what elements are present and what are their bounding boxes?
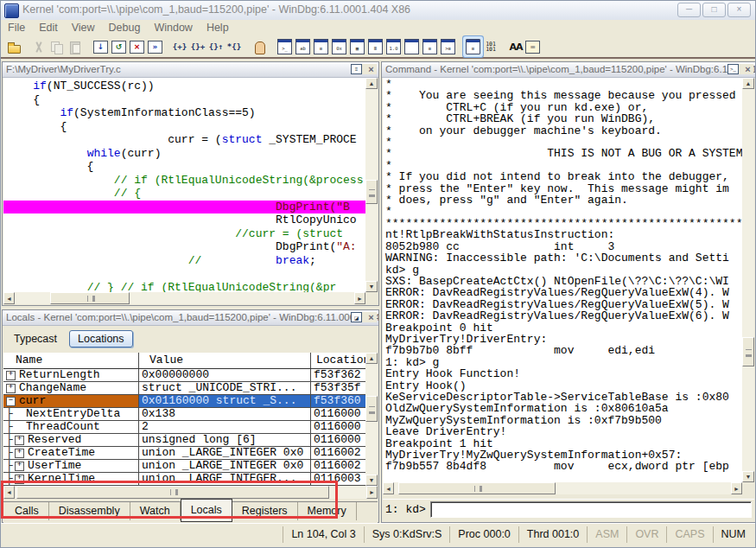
- command-window-menu-icon[interactable]: >_: [727, 64, 739, 74]
- source-horizontal-scrollbar[interactable]: ◄ ►: [3, 292, 365, 304]
- restore-button[interactable]: □: [702, 3, 726, 17]
- command-vertical-scrollbar[interactable]: ▲ ▼: [742, 78, 754, 482]
- status-sys: Sys 0:KdSrv:S: [364, 526, 450, 543]
- scroll-right-arrow[interactable]: ►: [354, 292, 365, 304]
- tab-watch[interactable]: Watch: [130, 502, 181, 520]
- command-horizontal-scrollbar[interactable]: ◄ ►: [383, 482, 742, 494]
- step-over-button[interactable]: {}+: [189, 39, 206, 55]
- scroll-down-arrow[interactable]: ▼: [365, 475, 378, 486]
- memory-window-button[interactable]: ▦: [350, 39, 365, 54]
- menu-file[interactable]: File: [1, 20, 32, 36]
- scroll-left-arrow[interactable]: ◄: [3, 486, 15, 499]
- scroll-up-arrow[interactable]: ▲: [365, 353, 378, 364]
- run-to-cursor-button[interactable]: *{}: [226, 39, 243, 55]
- tab-registers[interactable]: Registers: [232, 502, 298, 520]
- expand-toggle[interactable]: +: [6, 384, 16, 393]
- scroll-left-arrow[interactable]: ◄: [3, 292, 15, 304]
- step-into-button[interactable]: {+}: [171, 39, 188, 55]
- font-button[interactable]: AA: [507, 39, 524, 55]
- column-header-name[interactable]: Name: [3, 353, 139, 368]
- locals-row-curr[interactable]: −curr0x01160000 struct _S...f53f360: [3, 395, 365, 408]
- scrollbar-thumb[interactable]: [398, 482, 556, 494]
- registers-window-button[interactable]: 0x: [332, 39, 346, 54]
- disassembly-window-button[interactable]: 1.0: [386, 39, 401, 54]
- scroll-up-arrow[interactable]: ▲: [365, 78, 378, 89]
- close-button[interactable]: ×: [727, 3, 751, 17]
- break-button[interactable]: »: [148, 41, 162, 54]
- scrollbar-thumb[interactable]: [365, 396, 378, 422]
- scroll-right-arrow[interactable]: ►: [731, 482, 742, 494]
- menu-help[interactable]: Help: [200, 20, 236, 36]
- menu-view[interactable]: View: [65, 20, 102, 36]
- scrollbar-thumb[interactable]: [365, 180, 378, 204]
- typecast-button[interactable]: Typecast: [7, 330, 64, 347]
- scrollbar-thumb[interactable]: [742, 337, 754, 366]
- stop-debugging-button[interactable]: ×: [130, 41, 144, 54]
- scroll-down-arrow[interactable]: ▼: [742, 471, 754, 482]
- locations-button[interactable]: Locations: [69, 330, 133, 347]
- expand-toggle[interactable]: −: [6, 397, 16, 406]
- command-window-button[interactable]: >_: [277, 39, 292, 54]
- bottom-tabs: CallsDisassemblyWatchLocalsRegistersMemo…: [3, 501, 378, 524]
- locals-row-usertime[interactable]: ├+UserTimeunion _LARGE_INTEGER 0x0011600…: [3, 460, 365, 473]
- scratch-pad-button[interactable]: [404, 39, 419, 54]
- menu-edit[interactable]: Edit: [32, 20, 65, 36]
- scrollbar-thumb[interactable]: [50, 292, 130, 304]
- insert-remove-breakpoint-button[interactable]: [251, 39, 268, 55]
- scroll-left-arrow[interactable]: ◄: [383, 482, 394, 494]
- locals-row-returnlength[interactable]: +ReturnLength0x00000000f53f362: [3, 369, 365, 382]
- processes-threads-button[interactable]: ≡: [422, 39, 437, 54]
- expand-toggle[interactable]: +: [15, 449, 24, 458]
- source-mode-off-button[interactable]: 101 101: [482, 39, 499, 55]
- locals-row-threadcount[interactable]: ├ThreadCount20116000: [3, 421, 365, 434]
- minimize-button[interactable]: ─: [677, 3, 701, 17]
- locals-cell-value: union _LARGE_INTEGER 0x0: [139, 460, 311, 472]
- locals-row-createtime[interactable]: ├+CreateTimeunion _LARGE_INTEGER 0x00116…: [3, 447, 365, 460]
- scrollbar-thumb[interactable]: [16, 486, 329, 499]
- menu-window[interactable]: Window: [147, 20, 199, 36]
- locals-row-nextentrydelta[interactable]: ├NextEntryDelta0x1380116000: [3, 408, 365, 421]
- locals-window-close-icon[interactable]: ×: [365, 312, 377, 322]
- copy-button[interactable]: [48, 39, 66, 55]
- command-window-close-icon[interactable]: ×: [742, 64, 753, 74]
- tab-disassembly[interactable]: Disassembly: [49, 502, 130, 520]
- step-out-button[interactable]: {}↑: [207, 39, 225, 55]
- tab-memory[interactable]: Memory: [298, 502, 357, 520]
- tab-locals[interactable]: Locals: [181, 499, 232, 522]
- command-input[interactable]: [430, 501, 752, 518]
- source-vertical-scrollbar[interactable]: ▲ ▼: [365, 78, 378, 292]
- command-browser-button[interactable]: >≡: [441, 39, 455, 54]
- cut-button[interactable]: [30, 39, 48, 55]
- command-output-view[interactable]: * * You are seeing this message because …: [383, 78, 742, 482]
- locals-horizontal-scrollbar[interactable]: ◄ ►: [3, 486, 378, 499]
- locals-vertical-scrollbar[interactable]: ▲ ▼: [365, 353, 378, 486]
- locals-dock-icon[interactable]: ◪: [351, 312, 362, 322]
- locals-row-changename[interactable]: +ChangeNamestruct _UNICODE_STRI...f53f35…: [3, 382, 365, 395]
- call-stack-window-button[interactable]: ≣: [368, 39, 383, 54]
- paste-button[interactable]: [67, 39, 84, 55]
- menu-debug[interactable]: Debug: [102, 20, 148, 36]
- locals-row-kerneltime[interactable]: ├+KernelTimeunion _LARGE_INTEGER...01160…: [3, 473, 365, 486]
- open-source-file-button[interactable]: [5, 39, 22, 55]
- column-header-value[interactable]: Value: [139, 353, 311, 368]
- source-code[interactable]: if(NT_SUCCESS(rc)) { if(SystemInformatio…: [3, 78, 365, 292]
- locals-row-reserved[interactable]: ├+Reservedunsigned long [6]0116000: [3, 434, 365, 447]
- source-mode-on-button[interactable]: ≡: [466, 39, 480, 54]
- expand-toggle[interactable]: +: [15, 462, 24, 471]
- restart-button[interactable]: ↺: [111, 41, 126, 54]
- options-button[interactable]: ≡: [525, 41, 540, 54]
- source-window-close-icon[interactable]: ×: [365, 64, 377, 74]
- expand-toggle[interactable]: +: [6, 371, 16, 380]
- expand-toggle[interactable]: +: [15, 436, 24, 445]
- source-window-menu-icon[interactable]: ≡: [351, 64, 362, 74]
- locals-window-button[interactable]: ≡: [314, 39, 328, 54]
- scroll-up-arrow[interactable]: ▲: [742, 78, 754, 89]
- code-line: while(curr): [6, 147, 365, 161]
- go-button[interactable]: ↓: [93, 41, 108, 54]
- scroll-down-arrow[interactable]: ▼: [365, 281, 378, 292]
- tab-calls[interactable]: Calls: [5, 502, 49, 520]
- expand-toggle[interactable]: +: [15, 475, 24, 484]
- column-header-location[interactable]: Location: [311, 353, 365, 368]
- scroll-right-arrow[interactable]: ►: [366, 486, 378, 499]
- watch-window-button[interactable]: ab: [295, 39, 310, 54]
